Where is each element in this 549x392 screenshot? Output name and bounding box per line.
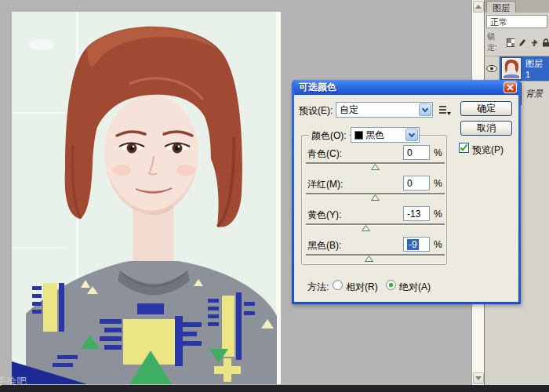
layer-name[interactable]: 背景 [523, 82, 549, 106]
layer-thumbnail-image [503, 59, 520, 78]
dialog-body: 预设(E): 自定 确定 取消 预览(P) 颜色(O): 黑色 [294, 95, 518, 302]
scroll-up-button[interactable] [473, 1, 484, 13]
yellow-slider-track[interactable] [306, 223, 445, 225]
eye-icon [486, 65, 497, 72]
tab-layers[interactable]: 图层 [486, 1, 516, 13]
canvas-watermark: 手绘吧 [0, 375, 27, 388]
preset-options-icon[interactable] [438, 104, 451, 116]
color-dropdown[interactable]: 黑色 [351, 127, 420, 143]
close-button[interactable] [504, 82, 517, 93]
absolute-label: 绝对(A) [399, 281, 431, 294]
portrait-illustration [12, 12, 281, 384]
absolute-radio[interactable] [386, 280, 396, 290]
arrow-up-icon [475, 5, 482, 9]
preview-label: 预览(P) [472, 143, 504, 157]
black-unit: % [434, 239, 442, 250]
yellow-unit: % [434, 209, 442, 220]
dialog-title: 可选颜色 [299, 81, 504, 94]
panel-tabstrip: 图层 [485, 0, 549, 13]
layer-row-layer1[interactable]: 图层 1 [485, 56, 549, 81]
magenta-label: 洋红(M): [307, 178, 343, 191]
lock-transparency-icon[interactable] [507, 38, 514, 47]
scroll-down-button[interactable] [473, 372, 484, 384]
cyan-label: 青色(C): [307, 147, 342, 161]
cyan-unit: % [434, 147, 442, 158]
black-slider-track[interactable] [306, 254, 445, 256]
checkmark-icon [460, 143, 468, 152]
lock-label: 锁定: [487, 31, 503, 53]
canvas-photo [12, 12, 281, 384]
yellow-label: 黄色(Y): [307, 209, 341, 222]
black-value-field[interactable]: -9 [403, 237, 430, 252]
preset-label: 预设(E): [299, 104, 333, 118]
magenta-unit: % [434, 178, 442, 189]
black-label: 黑色(B): [307, 239, 341, 252]
close-icon [507, 84, 514, 91]
arrow-down-icon [475, 376, 482, 380]
selective-color-dialog: 可选颜色 预设(E): 自定 确定 取消 预览(P) 颜色(O): [292, 80, 521, 304]
cyan-value-field[interactable]: 0 [403, 145, 430, 160]
preset-value: 自定 [340, 103, 358, 117]
color-label: 颜色(O): [309, 129, 349, 143]
magenta-value-field[interactable]: 0 [403, 176, 430, 191]
chevron-down-icon[interactable] [405, 129, 418, 141]
chevron-down-icon[interactable] [419, 103, 431, 116]
cancel-button[interactable]: 取消 [460, 121, 512, 136]
layer-name[interactable]: 图层 1 [523, 56, 549, 81]
ok-button[interactable]: 确定 [460, 101, 512, 116]
photoshop-workspace: 手绘吧 图层 正常 锁定: 图层 1 [0, 0, 549, 392]
yellow-value-field[interactable]: -13 [403, 206, 430, 221]
lock-paint-icon[interactable] [518, 38, 526, 47]
layer-thumbnail[interactable] [501, 57, 522, 80]
visibility-cell[interactable] [485, 56, 500, 81]
color-value: 黑色 [365, 129, 384, 142]
preview-checkbox[interactable] [459, 143, 469, 153]
lock-move-icon[interactable] [530, 38, 538, 47]
method-label: 方法: [307, 281, 329, 294]
status-bar [0, 385, 549, 392]
relative-label: 相对(R) [346, 281, 378, 294]
lock-all-icon[interactable] [542, 38, 549, 47]
preset-dropdown[interactable]: 自定 [336, 102, 433, 118]
relative-radio[interactable] [333, 280, 343, 290]
blend-mode-select[interactable]: 正常 [486, 15, 547, 28]
lock-options-row: 锁定: [485, 30, 549, 56]
black-color-swatch [354, 131, 363, 140]
dialog-titlebar[interactable]: 可选颜色 [294, 80, 518, 95]
